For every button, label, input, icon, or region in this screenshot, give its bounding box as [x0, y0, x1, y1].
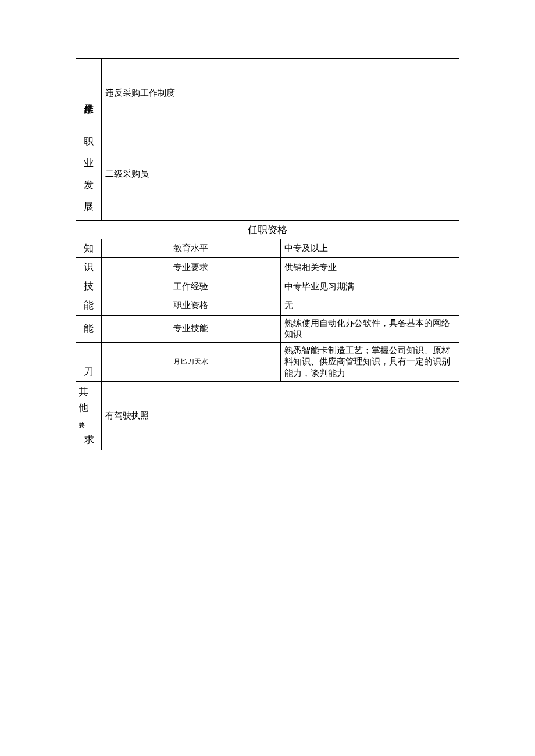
skills-label-4: 刀 — [76, 342, 102, 382]
skills-sub-1: 职业资格 — [102, 296, 281, 315]
knowledge-sub-0: 教育水平 — [102, 239, 281, 258]
career-value: 二级采购员 — [102, 128, 459, 221]
knowledge-val-1: 供销相关专业 — [280, 258, 459, 277]
skills-label-3: 能 — [76, 315, 102, 342]
knowledge-val-0: 中专及以上 — [280, 239, 459, 258]
taboo-label: 工作禁忌 — [76, 59, 102, 128]
taboo-value: 违反采购工作制度 — [102, 59, 459, 128]
knowledge-sub-1: 专业要求 — [102, 258, 281, 277]
qualifications-header: 任职资格 — [76, 220, 459, 239]
knowledge-label-2: 识 — [76, 258, 102, 277]
skills-val-0: 中专毕业见习期满 — [280, 277, 459, 296]
career-label: 职 业发 展 — [76, 128, 102, 221]
skills-val-3: 熟悉智能卡制造工艺；掌握公司知识、原材料知识、供应商管理知识，具有一定的识别能力… — [280, 342, 459, 382]
skills-val-2: 熟练使用自动化办公软件，具备基本的网络知识 — [280, 315, 459, 342]
skills-val-1: 无 — [280, 296, 459, 315]
skills-label-1: 技 — [76, 277, 102, 296]
knowledge-label-1: 知 — [76, 239, 102, 258]
skills-label-2: 能 — [76, 296, 102, 315]
other-value: 有驾驶执照 — [102, 382, 459, 450]
other-label: 其 他 要 求 — [76, 382, 102, 450]
skills-sub-2: 专业技能 — [102, 315, 281, 342]
skills-sub-0: 工作经验 — [102, 277, 281, 296]
skills-sub-3: 月匕刀天水 — [102, 342, 281, 382]
job-spec-table: 工作禁忌 违反采购工作制度 职 业发 展 二级采购员 任职资格 知 教育水平 中… — [76, 58, 459, 450]
